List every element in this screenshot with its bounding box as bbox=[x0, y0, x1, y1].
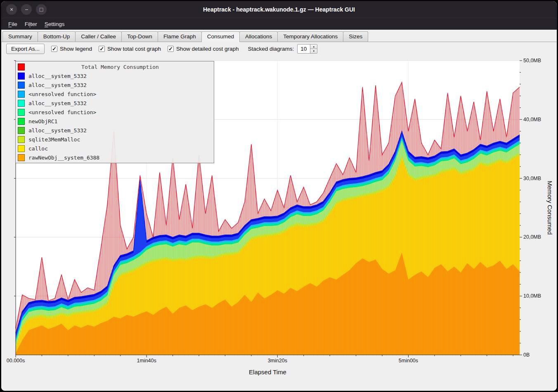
legend-color-swatch bbox=[18, 127, 25, 134]
heaptrack-window: ×−□ Heaptrack - heaptrack.wakunode.1.gz … bbox=[1, 1, 557, 391]
legend-label: sqlite3MemMalloc bbox=[28, 136, 80, 143]
checkbox-label: Show legend bbox=[60, 46, 92, 52]
tab-temporary-allocations[interactable]: Temporary Allocations bbox=[277, 31, 343, 42]
spin-down-button[interactable]: ▼ bbox=[310, 49, 317, 53]
window-maximize-button[interactable]: □ bbox=[36, 4, 47, 15]
titlebar[interactable]: ×−□ Heaptrack - heaptrack.wakunode.1.gz … bbox=[1, 1, 557, 18]
checkbox-show-legend[interactable]: ✓Show legend bbox=[51, 46, 92, 52]
x-tick-label: 00.000s bbox=[7, 358, 25, 364]
checkbox-label: Show total cost graph bbox=[107, 46, 161, 52]
export-as-button[interactable]: Export As... bbox=[6, 44, 45, 54]
legend-color-swatch bbox=[18, 73, 25, 80]
y-tick-label: 0B bbox=[523, 352, 530, 358]
checkbox-label: Show detailed cost graph bbox=[176, 46, 239, 52]
legend-item: alloc__system_5332 bbox=[18, 80, 212, 89]
x-axis-title: Elapsed Time bbox=[249, 369, 286, 376]
spin-up-button[interactable]: ▲ bbox=[310, 45, 317, 49]
spinbox-buttons: ▲ ▼ bbox=[310, 45, 317, 53]
legend-label: calloc bbox=[28, 146, 48, 152]
window-title: Heaptrack - heaptrack.wakunode.1.gz — He… bbox=[1, 6, 557, 13]
y-tick-label: 50,0MB bbox=[523, 58, 541, 63]
y-tick-label: 10,0MB bbox=[523, 293, 541, 299]
legend-label: alloc__system_5332 bbox=[28, 100, 87, 106]
checkbox-box[interactable]: ✓ bbox=[99, 46, 105, 52]
legend-item: alloc__system_5332 bbox=[18, 126, 212, 135]
y-tick-label: 30,0MB bbox=[523, 176, 541, 181]
menu-filter[interactable]: Filter bbox=[21, 19, 41, 29]
legend-item: newObjRC1 bbox=[18, 117, 212, 126]
menubar: FileFilterSettings bbox=[1, 18, 557, 30]
legend-color-swatch bbox=[18, 136, 25, 143]
spinbox-value[interactable]: 10 bbox=[298, 45, 310, 53]
legend-color-swatch bbox=[18, 91, 25, 98]
legend-item: alloc__system_5332 bbox=[18, 71, 212, 80]
stacked-diagrams-label: Stacked diagrams: bbox=[248, 46, 294, 52]
legend-item: <unresolved function> bbox=[18, 89, 212, 99]
legend-label: alloc__system_5332 bbox=[28, 127, 87, 134]
x-tick-label: 3min20s bbox=[268, 358, 287, 364]
tab-sizes[interactable]: Sizes bbox=[343, 31, 368, 42]
stacked-diagrams-spinbox[interactable]: 10 ▲ ▼ bbox=[297, 44, 317, 54]
tabbar: SummaryBottom-UpCaller / CalleeTop-DownF… bbox=[1, 30, 557, 42]
chart-area: 00.000s1min40s3min20s5min00s0B10,0MB20,0… bbox=[1, 56, 557, 391]
legend-color-swatch bbox=[18, 118, 25, 125]
tab-allocations[interactable]: Allocations bbox=[239, 31, 278, 42]
menu-file[interactable]: File bbox=[5, 19, 21, 29]
window-minimize-button[interactable]: − bbox=[21, 4, 32, 15]
window-close-button[interactable]: × bbox=[6, 4, 17, 15]
checkbox-box[interactable]: ✓ bbox=[168, 46, 174, 52]
legend-label: rawNewObj__system_6388 bbox=[28, 155, 99, 161]
legend-item: calloc bbox=[18, 144, 212, 153]
legend-color-swatch bbox=[18, 109, 25, 116]
legend-color-swatch bbox=[18, 154, 25, 161]
tab-flame-graph[interactable]: Flame Graph bbox=[158, 31, 202, 42]
legend-color-swatch bbox=[18, 63, 25, 70]
legend-label: <unresolved function> bbox=[28, 109, 96, 115]
tab-bottom-up[interactable]: Bottom-Up bbox=[38, 31, 76, 42]
menu-settings[interactable]: Settings bbox=[41, 19, 69, 29]
legend-label: newObjRC1 bbox=[28, 118, 57, 124]
tab-top-down[interactable]: Top-Down bbox=[121, 31, 158, 42]
legend-color-swatch bbox=[18, 145, 25, 152]
y-axis-title: Memory Consumed bbox=[546, 181, 553, 235]
checkbox-show-detailed-cost-graph[interactable]: ✓Show detailed cost graph bbox=[168, 46, 239, 52]
legend-title-row: Total Memory Consumption bbox=[18, 62, 212, 71]
legend-color-swatch bbox=[18, 100, 25, 107]
toolbar-checkboxes: ✓Show legend✓Show total cost graph✓Show … bbox=[51, 46, 239, 52]
legend-item: sqlite3MemMalloc bbox=[18, 135, 212, 144]
toolbar: Export As... ✓Show legend✓Show total cos… bbox=[1, 42, 557, 56]
x-tick-label: 5min00s bbox=[399, 358, 418, 364]
checkbox-show-total-cost-graph[interactable]: ✓Show total cost graph bbox=[99, 46, 161, 52]
legend-label: <unresolved function> bbox=[28, 91, 96, 97]
window-controls: ×−□ bbox=[1, 4, 47, 15]
y-tick-label: 40,0MB bbox=[523, 117, 541, 122]
legend-label: Total Memory Consumption bbox=[28, 64, 212, 70]
tab-summary[interactable]: Summary bbox=[2, 31, 38, 42]
x-tick-label: 1min40s bbox=[137, 358, 156, 364]
tab-caller-callee[interactable]: Caller / Callee bbox=[75, 31, 122, 42]
legend-item: alloc__system_5332 bbox=[18, 99, 212, 108]
legend-label: alloc__system_5332 bbox=[28, 73, 87, 79]
chart-legend: Total Memory Consumptionalloc__system_53… bbox=[15, 61, 214, 163]
legend-item: rawNewObj__system_6388 bbox=[18, 153, 212, 162]
legend-label: alloc__system_5332 bbox=[28, 82, 87, 88]
checkbox-box[interactable]: ✓ bbox=[51, 46, 57, 52]
legend-item: <unresolved function> bbox=[18, 108, 212, 117]
y-tick-label: 20,0MB bbox=[523, 234, 541, 240]
legend-color-swatch bbox=[18, 82, 25, 89]
tab-consumed[interactable]: Consumed bbox=[201, 31, 240, 42]
